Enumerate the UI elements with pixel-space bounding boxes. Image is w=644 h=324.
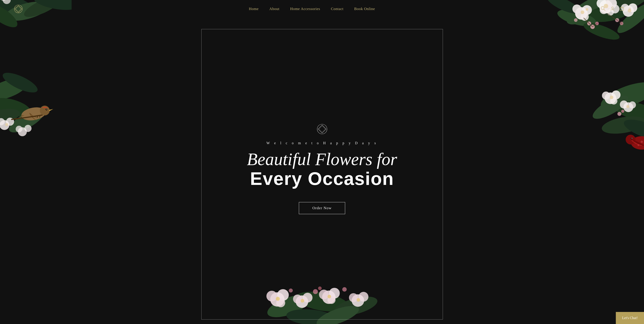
hero-title: Beautiful Flowers for Every Occasion (247, 150, 397, 189)
svg-point-5 (612, 7, 613, 9)
svg-marker-117 (318, 125, 326, 133)
svg-point-88 (638, 144, 639, 146)
svg-point-92 (286, 308, 336, 324)
svg-point-68 (600, 113, 644, 137)
svg-point-114 (342, 287, 347, 292)
hero-content: W e l c o m e t o H a p p y D a y s Beau… (247, 110, 397, 214)
svg-point-116 (317, 124, 327, 134)
cart-icon[interactable] (620, 6, 624, 12)
svg-point-94 (270, 292, 284, 307)
svg-point-91 (332, 293, 379, 319)
svg-line-38 (592, 23, 597, 27)
svg-marker-63 (49, 109, 53, 111)
svg-point-64 (46, 109, 48, 110)
svg-point-86 (641, 141, 643, 143)
svg-point-65 (46, 109, 47, 110)
nav-links: Home About Home Accessories Contact Book… (249, 7, 375, 11)
nav-item-contact[interactable]: Contact (331, 7, 343, 11)
svg-point-109 (358, 292, 368, 302)
hero-section: W e l c o m e t o H a p p y D a y s Beau… (0, 0, 644, 324)
svg-point-78 (629, 101, 636, 109)
svg-point-32 (595, 22, 599, 25)
nav-item-home-accessories[interactable]: Home Accessories (290, 7, 320, 11)
svg-point-35 (620, 22, 624, 25)
svg-point-90 (294, 288, 350, 315)
svg-point-77 (620, 101, 628, 109)
svg-point-99 (296, 295, 308, 308)
svg-point-0 (14, 5, 22, 13)
svg-point-60 (16, 126, 22, 132)
nav-link-contact[interactable]: Contact (331, 7, 343, 11)
svg-point-106 (328, 296, 336, 304)
svg-point-62 (40, 106, 50, 115)
svg-point-54 (0, 120, 10, 130)
nav-item-home[interactable]: Home (249, 7, 259, 11)
nav-link-book-online[interactable]: Book Online (354, 7, 375, 11)
svg-point-59 (24, 125, 32, 132)
svg-point-108 (352, 294, 364, 307)
order-now-button[interactable]: Order Now (299, 202, 346, 214)
svg-marker-118 (319, 126, 325, 132)
svg-point-57 (5, 123, 8, 126)
svg-point-98 (276, 297, 280, 301)
svg-point-93 (314, 302, 361, 324)
svg-point-67 (611, 97, 644, 126)
logo[interactable] (14, 4, 23, 14)
botanical-left-mid (0, 45, 65, 145)
svg-point-111 (356, 298, 360, 302)
svg-rect-6 (620, 7, 624, 10)
nav-link-about[interactable]: About (269, 7, 280, 11)
svg-point-66 (598, 77, 644, 115)
svg-point-50 (0, 94, 33, 120)
svg-point-3 (601, 6, 604, 9)
botanical-bottom-center (244, 250, 400, 324)
svg-point-51 (0, 107, 21, 126)
svg-point-72 (612, 90, 620, 99)
hero-title-line2: Every Occasion (250, 168, 394, 189)
svg-point-82 (631, 136, 644, 150)
svg-point-84 (631, 138, 632, 139)
svg-point-55 (6, 118, 14, 126)
svg-point-110 (349, 293, 358, 302)
svg-point-95 (277, 289, 289, 301)
nav-right: 0 (600, 6, 630, 12)
svg-point-89 (264, 291, 312, 322)
svg-point-97 (276, 298, 285, 307)
svg-point-49 (0, 74, 31, 105)
svg-point-103 (322, 291, 336, 304)
hero-title-line1: Beautiful Flowers for (247, 149, 397, 169)
svg-point-100 (303, 293, 312, 303)
cart-count: 0 (629, 7, 630, 11)
svg-line-40 (617, 20, 622, 23)
live-chat-button[interactable]: Let's Chat! (616, 312, 644, 324)
svg-point-102 (301, 299, 304, 303)
svg-point-58 (18, 127, 27, 136)
search-icon[interactable] (600, 6, 606, 12)
nav-item-about[interactable]: About (269, 7, 280, 11)
nav-item-book-online[interactable]: Book Online (354, 7, 375, 11)
svg-point-107 (328, 295, 331, 298)
nav-link-home[interactable]: Home (249, 7, 259, 11)
svg-point-73 (602, 92, 610, 100)
svg-line-4 (604, 9, 605, 11)
svg-point-76 (624, 102, 633, 112)
svg-point-70 (590, 91, 631, 123)
svg-point-36 (574, 18, 578, 22)
nav-link-home-accessories[interactable]: Home Accessories (290, 7, 320, 11)
navigation: Home About Home Accessories Contact Book… (0, 0, 644, 18)
svg-point-104 (329, 288, 340, 299)
svg-point-79 (626, 105, 630, 108)
svg-point-105 (319, 290, 329, 300)
svg-point-80 (618, 112, 622, 116)
user-icon[interactable] (610, 6, 615, 12)
svg-point-13 (582, 19, 622, 43)
svg-line-37 (584, 18, 592, 27)
svg-point-75 (610, 96, 613, 99)
hero-welcome-text: W e l c o m e t o H a p p y D a y s (266, 141, 378, 145)
svg-point-81 (621, 110, 624, 113)
svg-marker-1 (15, 5, 22, 12)
botanical-right-mid (566, 62, 644, 156)
svg-point-71 (605, 92, 616, 104)
svg-point-113 (318, 287, 322, 290)
svg-point-31 (590, 24, 595, 29)
